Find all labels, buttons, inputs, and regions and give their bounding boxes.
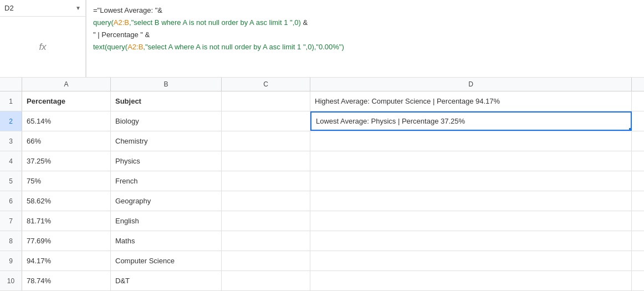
cell-c-3[interactable]	[222, 131, 310, 151]
formula-bar: D2 ▼ fx ="Lowest Average: "& query(A2:B,…	[0, 0, 644, 78]
cell-d-8[interactable]	[310, 231, 632, 251]
cell-c-4[interactable]	[222, 151, 310, 171]
formula-text: ="Lowest Average: "& query(A2:B,"select …	[93, 4, 637, 53]
table-row: 994.17%Computer Science	[0, 251, 644, 271]
row-number: 6	[0, 191, 22, 211]
name-box-area: D2 ▼ fx	[0, 0, 86, 77]
table-row: 1PercentageSubjectHighest Average: Compu…	[0, 91, 644, 111]
cell-c-10[interactable]	[222, 271, 310, 290]
table-row: 658.62%Geography	[0, 191, 644, 211]
cell-b-10[interactable]: D&T	[111, 271, 222, 290]
row-number: 9	[0, 251, 22, 270]
col-header-b[interactable]: B	[111, 78, 222, 91]
row-number: 3	[0, 131, 22, 151]
cell-b-2[interactable]: Biology	[111, 111, 222, 131]
cell-b-8[interactable]: Maths	[111, 231, 222, 251]
cell-c-2[interactable]	[222, 111, 310, 131]
cell-d-2[interactable]: Lowest Average: Physics | Percentage 37.…	[310, 111, 632, 131]
cell-c-5[interactable]	[222, 171, 310, 191]
name-box[interactable]: D2 ▼	[0, 0, 85, 17]
cell-a-9[interactable]: 94.17%	[22, 251, 111, 270]
cell-b-7[interactable]: English	[111, 211, 222, 231]
cell-a-5[interactable]: 75%	[22, 171, 111, 191]
cell-b-4[interactable]: Physics	[111, 151, 222, 171]
table-row: 1078.74%D&T	[0, 271, 644, 291]
cell-c-1[interactable]	[222, 91, 310, 111]
spreadsheet-grid: A B C D 1PercentageSubjectHighest Averag…	[0, 78, 644, 291]
cell-b-6[interactable]: Geography	[111, 191, 222, 211]
cell-b-9[interactable]: Computer Science	[111, 251, 222, 270]
cell-a-1[interactable]: Percentage	[22, 91, 111, 111]
cell-c-8[interactable]	[222, 231, 310, 251]
cell-a-6[interactable]: 58.62%	[22, 191, 111, 211]
cell-c-9[interactable]	[222, 251, 310, 270]
cell-a-7[interactable]: 81.71%	[22, 211, 111, 231]
cell-d-5[interactable]	[310, 171, 632, 191]
cell-b-5[interactable]: French	[111, 171, 222, 191]
cell-a-2[interactable]: 65.14%	[22, 111, 111, 131]
cell-d-10[interactable]	[310, 271, 632, 290]
cell-d-3[interactable]	[310, 131, 632, 151]
cell-b-3[interactable]: Chemistry	[111, 131, 222, 151]
row-number: 4	[0, 151, 22, 171]
table-row: 437.25%Physics	[0, 151, 644, 171]
table-row: 575%French	[0, 171, 644, 191]
row-num-header	[0, 78, 22, 91]
cell-d-1[interactable]: Highest Average: Computer Science | Perc…	[310, 91, 632, 111]
cell-d-9[interactable]	[310, 251, 632, 270]
row-number: 8	[0, 231, 22, 251]
cell-d-7[interactable]	[310, 211, 632, 231]
fx-icon-area: fx	[0, 17, 85, 77]
cell-b-1[interactable]: Subject	[111, 91, 222, 111]
name-box-dropdown-icon[interactable]: ▼	[75, 5, 81, 11]
cell-a-10[interactable]: 78.74%	[22, 271, 111, 290]
cell-reference: D2	[4, 4, 14, 12]
column-headers: A B C D	[0, 78, 644, 91]
table-row: 877.69%Maths	[0, 231, 644, 251]
row-number: 1	[0, 91, 22, 111]
row-number: 5	[0, 171, 22, 191]
cell-a-4[interactable]: 37.25%	[22, 151, 111, 171]
cell-d-6[interactable]	[310, 191, 632, 211]
col-header-d[interactable]: D	[310, 78, 632, 91]
row-number: 7	[0, 211, 22, 231]
cell-a-8[interactable]: 77.69%	[22, 231, 111, 251]
table-row: 781.71%English	[0, 211, 644, 231]
row-number: 2	[0, 111, 22, 131]
grid-body: 1PercentageSubjectHighest Average: Compu…	[0, 91, 644, 291]
cell-c-7[interactable]	[222, 211, 310, 231]
row-number: 10	[0, 271, 22, 290]
cell-d-4[interactable]	[310, 151, 632, 171]
formula-input[interactable]: ="Lowest Average: "& query(A2:B,"select …	[86, 0, 644, 77]
col-header-c[interactable]: C	[222, 78, 310, 91]
table-row: 265.14%BiologyLowest Average: Physics | …	[0, 111, 644, 131]
cell-c-6[interactable]	[222, 191, 310, 211]
fx-icon: fx	[39, 42, 46, 53]
col-header-a[interactable]: A	[22, 78, 111, 91]
table-row: 366%Chemistry	[0, 131, 644, 151]
cell-a-3[interactable]: 66%	[22, 131, 111, 151]
